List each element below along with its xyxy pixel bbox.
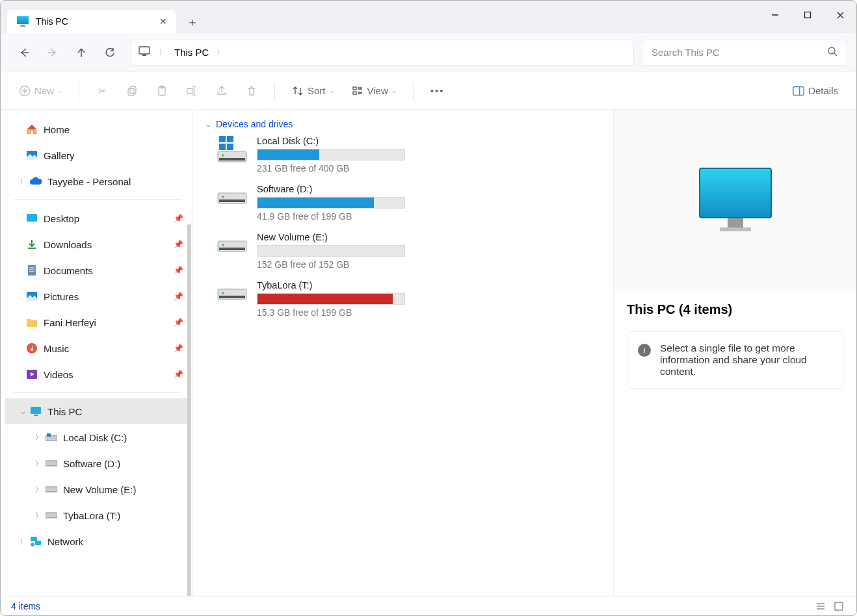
details-pane-button[interactable]: Details xyxy=(786,81,845,101)
sidebar-item-label: Desktop xyxy=(44,213,79,224)
chevron-right-icon[interactable]: 〉 xyxy=(16,537,29,546)
details-view-button[interactable] xyxy=(813,599,828,613)
maximize-button[interactable] xyxy=(791,1,824,29)
status-bar: 4 items xyxy=(1,596,856,615)
sidebar-item-home[interactable]: Home xyxy=(5,116,190,142)
drive-item[interactable]: New Volume (E:) 152 GB free of 152 GB xyxy=(217,232,600,270)
sidebar-item-onedrive[interactable]: 〉 Tayyebe - Personal xyxy=(5,168,190,194)
svg-rect-1 xyxy=(17,16,29,24)
chevron-right-icon[interactable]: 〉 xyxy=(213,47,228,58)
breadcrumb[interactable]: 〉 This PC 〉 xyxy=(131,40,634,66)
info-icon: i xyxy=(638,344,651,357)
sidebar-item-drive-e[interactable]: 〉 New Volume (E:) xyxy=(5,476,190,502)
sidebar-item-desktop[interactable]: Desktop 📌 xyxy=(5,205,190,231)
tab-close-icon[interactable]: ✕ xyxy=(159,16,167,27)
drive-icon xyxy=(217,232,248,259)
svg-rect-10 xyxy=(139,47,150,54)
search-box[interactable] xyxy=(642,40,847,66)
cut-button[interactable]: ✂ xyxy=(90,81,114,101)
pin-icon[interactable]: 📌 xyxy=(174,344,183,353)
drive-icon xyxy=(45,431,58,444)
gallery-icon xyxy=(25,149,38,162)
chevron-right-icon[interactable]: 〉 xyxy=(155,47,170,58)
minimize-button[interactable] xyxy=(759,1,791,29)
sidebar-item-label: This PC xyxy=(47,406,82,417)
new-tab-button[interactable]: ＋ xyxy=(181,11,204,33)
details-title: This PC (4 items) xyxy=(614,292,856,327)
pin-icon[interactable]: 📌 xyxy=(174,318,183,327)
copy-button[interactable] xyxy=(120,81,144,101)
thumbnails-view-button[interactable] xyxy=(832,599,846,613)
up-button[interactable] xyxy=(67,40,96,66)
search-icon[interactable] xyxy=(827,46,837,59)
close-button[interactable] xyxy=(824,1,856,29)
pin-icon[interactable]: 📌 xyxy=(174,214,183,223)
sidebar-item-documents[interactable]: Documents 📌 xyxy=(5,257,190,283)
chevron-right-icon[interactable]: 〉 xyxy=(32,485,45,494)
delete-button[interactable] xyxy=(239,81,264,101)
drive-name: TybaLora (T:) xyxy=(257,280,405,290)
pictures-icon xyxy=(25,290,38,303)
sidebar-item-network[interactable]: 〉 Network xyxy=(5,528,190,554)
more-icon: ••• xyxy=(430,85,445,96)
sidebar-item-music[interactable]: Music 📌 xyxy=(5,335,190,361)
chevron-right-icon[interactable]: 〉 xyxy=(32,433,45,443)
svg-rect-70 xyxy=(720,227,751,231)
clipboard-icon xyxy=(156,85,168,97)
chevron-right-icon[interactable]: 〉 xyxy=(32,511,45,520)
svg-rect-45 xyxy=(46,487,57,492)
pin-icon[interactable]: 📌 xyxy=(174,266,183,275)
new-button[interactable]: New ⌵ xyxy=(12,81,68,101)
pin-icon[interactable]: 📌 xyxy=(174,370,183,379)
svg-rect-32 xyxy=(27,214,37,222)
drive-icon xyxy=(217,136,248,163)
sidebar-item-drive-t[interactable]: 〉 TybaLora (T:) xyxy=(5,502,190,528)
refresh-button[interactable] xyxy=(96,40,124,66)
sidebar-item-downloads[interactable]: Downloads 📌 xyxy=(5,231,190,257)
svg-rect-52 xyxy=(219,144,226,150)
drive-free-text: 41.9 GB free of 199 GB xyxy=(257,211,405,222)
sidebar-item-gallery[interactable]: Gallery xyxy=(5,142,190,168)
tab-this-pc[interactable]: This PC ✕ xyxy=(7,10,176,33)
drive-item[interactable]: Software (D:) 41.9 GB free of 199 GB xyxy=(217,184,600,222)
sidebar-item-drive-d[interactable]: 〉 Software (D:) xyxy=(5,450,190,476)
window-controls xyxy=(759,1,856,29)
chevron-down-icon[interactable]: ⌵ xyxy=(16,407,29,416)
separator xyxy=(274,83,275,99)
drive-item[interactable]: Local Disk (C:) 231 GB free of 400 GB xyxy=(217,136,600,173)
breadcrumb-location[interactable]: This PC xyxy=(174,47,209,58)
drive-item[interactable]: TybaLora (T:) 15.3 GB free of 199 GB xyxy=(217,280,600,318)
sidebar-item-drive-c[interactable]: 〉 Local Disk (C:) xyxy=(5,424,190,450)
svg-rect-23 xyxy=(353,87,356,90)
content-area[interactable]: ⌵ Devices and drives Local Disk (C:) 231… xyxy=(193,110,613,596)
sort-button[interactable]: Sort ⌵ xyxy=(285,81,340,101)
sidebar-item-pictures[interactable]: Pictures 📌 xyxy=(5,283,190,309)
search-input[interactable] xyxy=(652,47,827,58)
new-label: New xyxy=(34,85,54,96)
share-button[interactable] xyxy=(209,81,234,101)
chevron-right-icon[interactable]: 〉 xyxy=(32,459,45,468)
rename-button[interactable] xyxy=(179,81,204,101)
sidebar-item-videos[interactable]: Videos 📌 xyxy=(5,361,190,387)
drive-icon xyxy=(45,457,58,470)
svg-rect-58 xyxy=(219,199,245,202)
svg-rect-61 xyxy=(219,248,245,250)
sidebar-item-folder[interactable]: Fani Herfeyi 📌 xyxy=(5,309,190,335)
share-icon xyxy=(216,85,228,97)
forward-button[interactable] xyxy=(38,40,67,66)
paste-button[interactable] xyxy=(150,81,174,101)
more-button[interactable]: ••• xyxy=(424,81,451,100)
svg-rect-41 xyxy=(34,415,38,416)
pc-icon xyxy=(16,15,29,28)
pin-icon[interactable]: 📌 xyxy=(174,292,183,301)
download-icon xyxy=(25,238,38,251)
view-button[interactable]: View ⌵ xyxy=(345,81,402,101)
back-button[interactable] xyxy=(10,40,38,66)
scrollbar-thumb[interactable] xyxy=(187,224,191,596)
sidebar-item-this-pc[interactable]: ⌵ This PC xyxy=(5,398,190,424)
pin-icon[interactable]: 📌 xyxy=(174,240,183,249)
svg-rect-44 xyxy=(46,461,57,466)
home-icon xyxy=(25,123,38,136)
group-header-devices[interactable]: ⌵ Devices and drives xyxy=(206,119,600,129)
chevron-right-icon[interactable]: 〉 xyxy=(16,177,29,186)
